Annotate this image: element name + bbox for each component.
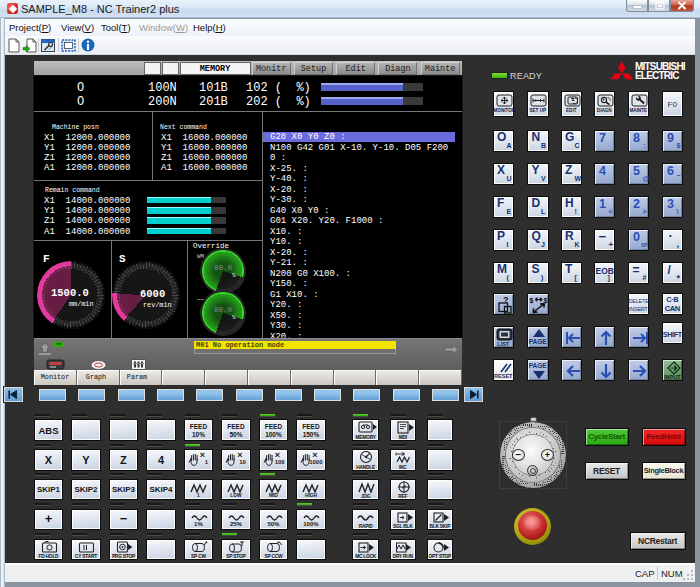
svg-text:$: $ (530, 297, 534, 305)
